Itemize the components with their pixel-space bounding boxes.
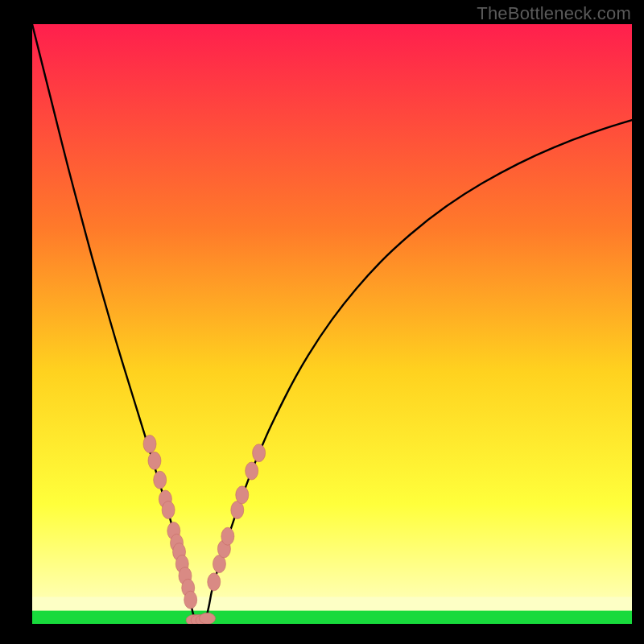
- data-marker: [162, 501, 175, 518]
- data-marker: [246, 462, 258, 480]
- data-marker: [221, 527, 234, 545]
- chart-frame: TheBottleneck.com: [0, 0, 644, 644]
- data-marker: [154, 471, 167, 489]
- data-marker: [253, 444, 266, 462]
- plot-area: [32, 24, 632, 624]
- green-band: [32, 611, 632, 624]
- data-marker: [236, 486, 249, 504]
- data-marker: [184, 591, 197, 609]
- data-marker: [200, 613, 216, 624]
- plot-svg: [32, 24, 632, 624]
- pale-band: [32, 597, 632, 610]
- gradient-background: [32, 24, 632, 624]
- watermark-text: TheBottleneck.com: [477, 3, 631, 24]
- data-marker: [143, 436, 156, 453]
- data-marker: [208, 573, 221, 591]
- data-marker: [148, 452, 161, 469]
